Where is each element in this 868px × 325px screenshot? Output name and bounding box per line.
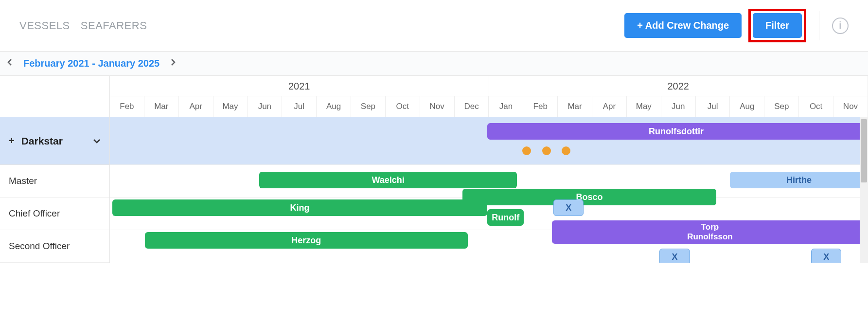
action-buttons: + Add Crew Change Filter i xyxy=(624,9,849,42)
assignment-bar-stack[interactable]: Torp Runolfsson xyxy=(552,220,868,244)
timeline-canvas: Runolfsdottir Waelchi Hirthe Bosco King … xyxy=(110,117,868,263)
month-label: Apr xyxy=(179,96,213,117)
vertical-scrollbar[interactable] xyxy=(860,117,868,263)
x-marker[interactable]: X xyxy=(811,249,841,263)
event-dot[interactable] xyxy=(542,146,551,155)
rank-label-chief-officer: Chief Officer xyxy=(0,198,109,230)
month-label: May xyxy=(213,96,248,117)
month-row: FebMarAprMayJunJulAugSepOctNovDecJanFebM… xyxy=(110,96,868,117)
assignment-bar[interactable]: Herzog xyxy=(145,232,468,249)
vessel-row-header: + Darkstar xyxy=(0,117,109,165)
assignment-label: Torp xyxy=(701,222,719,232)
date-nav-bar: February 2021 - January 2025 xyxy=(0,52,868,76)
month-label: Dec xyxy=(455,96,489,117)
month-label: Feb xyxy=(523,96,558,117)
event-dot[interactable] xyxy=(522,146,531,155)
month-label: Oct xyxy=(386,96,420,117)
month-label: Jan xyxy=(489,96,523,117)
assignment-label: Runolfsson xyxy=(687,232,733,242)
rank-label-master: Master xyxy=(0,165,109,198)
month-label: Aug xyxy=(317,96,351,117)
vessel-lane: Runolfsdottir xyxy=(110,117,868,165)
vessel-name[interactable]: Darkstar xyxy=(21,135,63,147)
chevron-down-icon[interactable] xyxy=(93,137,101,145)
month-label: Feb xyxy=(110,96,144,117)
month-label: Jul xyxy=(696,96,730,117)
timeline-header: 2021 2022 FebMarAprMayJunJulAugSepOctNov… xyxy=(0,76,868,117)
assignment-bar[interactable]: Bosco xyxy=(462,189,716,205)
scroll-thumb[interactable] xyxy=(861,119,867,182)
month-label: Oct xyxy=(799,96,833,117)
filter-button[interactable]: Filter xyxy=(753,13,802,38)
assignment-bar[interactable]: Hirthe xyxy=(730,172,868,188)
next-range-button[interactable] xyxy=(167,56,179,71)
year-label: 2021 xyxy=(110,76,489,96)
top-bar: VESSELS SEAFARERS + Add Crew Change Filt… xyxy=(0,0,868,52)
filter-highlight: Filter xyxy=(748,9,806,42)
month-label: Apr xyxy=(592,96,627,117)
expand-vessel-icon[interactable]: + xyxy=(9,135,15,146)
x-marker[interactable]: X xyxy=(553,199,584,216)
tab-vessels[interactable]: VESSELS xyxy=(19,19,70,32)
year-row: 2021 2022 xyxy=(110,76,868,96)
assignment-bar[interactable]: King xyxy=(112,199,488,216)
timeline: 2021 2022 FebMarAprMayJunJulAugSepOctNov… xyxy=(0,76,868,263)
month-label: Aug xyxy=(730,96,764,117)
month-label: Sep xyxy=(764,96,799,117)
add-crew-change-button[interactable]: + Add Crew Change xyxy=(624,13,742,38)
month-label: Nov xyxy=(833,96,868,117)
month-label: Jul xyxy=(282,96,317,117)
tab-seafarers[interactable]: SEAFARERS xyxy=(81,19,147,32)
event-dot[interactable] xyxy=(562,146,570,155)
assignment-bar[interactable]: Runolfsdottir xyxy=(487,123,865,140)
info-icon[interactable]: i xyxy=(832,18,849,34)
month-label: May xyxy=(627,96,661,117)
x-marker[interactable]: X xyxy=(659,249,690,263)
month-label: Mar xyxy=(144,96,179,117)
assignment-bar[interactable]: Waelchi xyxy=(259,172,517,188)
prev-range-button[interactable] xyxy=(4,56,16,71)
month-label: Nov xyxy=(420,96,455,117)
nav-tabs: VESSELS SEAFARERS xyxy=(19,19,147,32)
year-label: 2022 xyxy=(489,76,868,96)
month-label: Sep xyxy=(351,96,386,117)
second-officer-lane: Torp Runolfsson Herzog X X xyxy=(110,230,868,263)
assignment-bar[interactable]: Runolf xyxy=(487,209,524,226)
rank-label-second-officer: Second Officer xyxy=(0,230,109,263)
month-label: Jun xyxy=(248,96,282,117)
rank-column: + Darkstar Master Chief Officer Second O… xyxy=(0,117,110,263)
timeline-body: + Darkstar Master Chief Officer Second O… xyxy=(0,117,868,263)
month-label: Mar xyxy=(558,96,592,117)
month-label: Jun xyxy=(661,96,696,117)
date-range-label[interactable]: February 2021 - January 2025 xyxy=(23,58,159,69)
separator xyxy=(819,11,819,40)
